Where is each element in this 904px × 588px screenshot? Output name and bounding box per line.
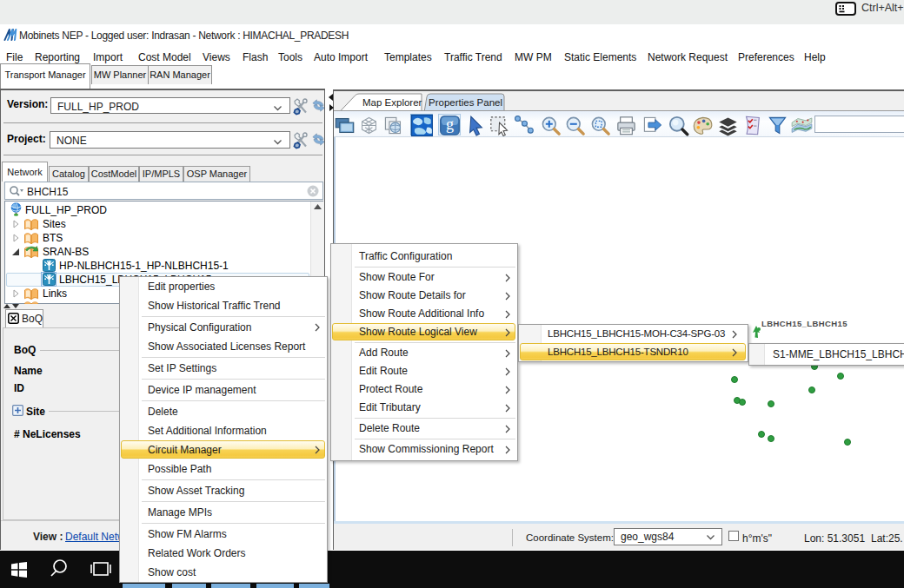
svg-text:g: g [446, 116, 454, 133]
